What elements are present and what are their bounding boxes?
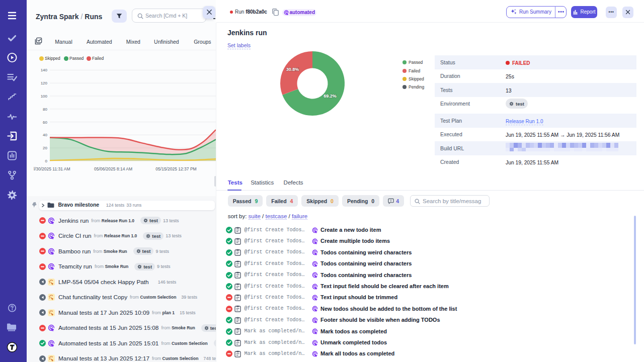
svg-text:30.8%: 30.8% (286, 67, 299, 72)
svg-text:05/06/2025 8:14 AM: 05/06/2025 8:14 AM (94, 166, 132, 171)
svg-text:20: 20 (43, 146, 47, 150)
svg-text:40: 40 (43, 133, 47, 137)
svg-text:140: 140 (41, 68, 48, 72)
svg-text:05/15/2025 12:37 PM: 05/15/2025 12:37 PM (155, 166, 196, 171)
svg-text:0: 0 (45, 159, 48, 163)
svg-text:69.2%: 69.2% (324, 94, 337, 99)
svg-text:100: 100 (41, 94, 48, 99)
svg-text:80: 80 (43, 107, 47, 112)
svg-text:l/30/2025 11:31 AM: l/30/2025 11:31 AM (34, 166, 70, 171)
svg-text:120: 120 (41, 81, 48, 85)
svg-text:60: 60 (43, 120, 47, 125)
